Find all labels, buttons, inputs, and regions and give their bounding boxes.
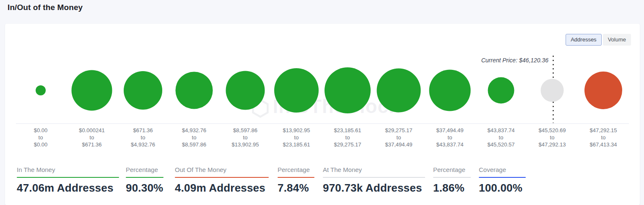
range-separator: to (373, 134, 424, 141)
bubble[interactable] (377, 69, 421, 113)
range-to: $23,185.61 (271, 141, 322, 148)
bubble[interactable] (584, 72, 622, 109)
stat-label: At The Money (323, 167, 425, 173)
price-bucket: $37,494.49 to $43,837.74 (424, 24, 475, 154)
price-bucket: $8,597.86 to $13,902.95 (220, 24, 271, 154)
range-separator: to (220, 134, 271, 141)
stat-at-percentage: Percentage 1.86% (433, 167, 471, 195)
price-bucket: $43,837.74 to $45,520.57 (475, 24, 527, 154)
addresses-toggle-button[interactable]: Addresses (566, 34, 601, 46)
range-separator: to (271, 134, 322, 141)
range-separator: to (117, 134, 169, 141)
range-from: $8,597.86 (220, 127, 271, 134)
price-bucket: $0.00 to $0.00 (15, 24, 66, 154)
range-from: $37,494.49 (424, 127, 475, 134)
stat-underline (126, 177, 164, 178)
range-to: $45,520.57 (475, 141, 527, 148)
range-from: $671.36 (117, 127, 169, 134)
range-to: $4,932.76 (117, 141, 169, 148)
stat-label: Out Of The Money (175, 167, 269, 173)
price-bucket: $13,902.95 to $23,185.61 (271, 24, 322, 154)
range-to: $8,597.86 (169, 141, 220, 148)
range-to: $13,902.95 (220, 141, 271, 148)
volume-toggle-button[interactable]: Volume (603, 34, 631, 46)
stat-value: 90.30% (126, 182, 164, 195)
range-to: $0.00 (15, 141, 66, 148)
stat-value: 47.06m Addresses (17, 182, 119, 195)
bucket-range-label: $43,837.74 to $45,520.57 (475, 127, 527, 148)
bubble[interactable] (226, 71, 265, 110)
price-bucket: $29,275.17 to $37,494.49 (373, 24, 424, 154)
stat-out-of-the-money: Out Of The Money 4.09m Addresses (175, 167, 269, 195)
range-from: $45,520.69 (527, 127, 578, 134)
chart-card: Addresses Volume ⬡IntoTheBlock Current P… (5, 24, 640, 205)
price-bucket: $671.36 to $4,932.76 (117, 24, 169, 154)
stat-value: 4.09m Addresses (175, 182, 269, 195)
bubble[interactable] (429, 70, 471, 111)
stat-value: 100.00% (479, 182, 526, 195)
bucket-range-label: $8,597.86 to $13,902.95 (220, 127, 271, 148)
range-from: $0.00 (15, 127, 66, 134)
stat-underline (433, 177, 471, 178)
range-separator: to (578, 134, 629, 141)
stat-label: Percentage (433, 167, 471, 173)
price-bucket: $4,932.76 to $8,597.86 (169, 24, 220, 154)
stat-underline (479, 177, 526, 178)
stat-label: Percentage (126, 167, 164, 173)
chart-mode-toggle: Addresses Volume (566, 34, 631, 46)
x-axis-line (16, 123, 629, 124)
stat-underline (323, 177, 425, 178)
range-to: $29,275.17 (322, 141, 373, 148)
bubble-row: $0.00 to $0.00 $0.000241 to $671.36 $671… (15, 24, 629, 154)
stat-label: Coverage (479, 167, 526, 173)
range-to: $37,494.49 (373, 141, 424, 148)
bucket-range-label: $29,275.17 to $37,494.49 (373, 127, 424, 148)
price-bucket: $23,185.61 to $29,275.17 (322, 24, 373, 154)
bubble[interactable] (72, 70, 112, 111)
range-to: $67,413.34 (578, 141, 629, 148)
range-separator: to (475, 134, 527, 141)
bubble[interactable] (274, 68, 319, 113)
current-price-label: Current Price: $46,120.36 (481, 57, 548, 64)
range-from: $29,275.17 (373, 127, 424, 134)
range-from: $13,902.95 (271, 127, 322, 134)
bucket-range-label: $0.000241 to $671.36 (66, 127, 117, 148)
bubble[interactable] (325, 67, 371, 113)
stat-label: Percentage (278, 167, 314, 173)
stat-in-percentage: Percentage 90.30% (126, 167, 164, 195)
bubble[interactable] (488, 77, 514, 104)
page-title: In/Out of the Money (8, 3, 83, 12)
bucket-range-label: $0.00 to $0.00 (15, 127, 66, 148)
bucket-range-label: $47,292.15 to $67,413.34 (578, 127, 629, 148)
stat-coverage: Coverage 100.00% (479, 167, 526, 195)
stat-underline (17, 177, 119, 178)
bucket-range-label: $671.36 to $4,932.76 (117, 127, 169, 148)
range-separator: to (169, 134, 220, 141)
range-separator: to (15, 134, 66, 141)
bucket-range-label: $13,902.95 to $23,185.61 (271, 127, 322, 148)
bubble[interactable] (36, 85, 46, 95)
range-from: $47,292.15 (578, 127, 629, 134)
range-from: $0.000241 (66, 127, 117, 134)
bubble[interactable] (124, 71, 162, 110)
stat-underline (278, 177, 314, 178)
stat-label: In The Money (17, 167, 119, 173)
range-separator: to (527, 134, 578, 141)
stat-value: 1.86% (433, 182, 471, 195)
bubble[interactable] (541, 79, 564, 102)
range-from: $4,932.76 (169, 127, 220, 134)
bubble[interactable] (176, 72, 213, 109)
range-to: $43,837.74 (424, 141, 475, 148)
stat-value: 970.73k Addresses (323, 182, 425, 195)
stat-out-percentage: Percentage 7.84% (278, 167, 314, 195)
bucket-range-label: $37,494.49 to $43,837.74 (424, 127, 475, 148)
stat-in-the-money: In The Money 47.06m Addresses (17, 167, 119, 195)
stat-at-the-money: At The Money 970.73k Addresses (323, 167, 425, 195)
bucket-range-label: $45,520.69 to $47,292.13 (527, 127, 578, 148)
range-separator: to (322, 134, 373, 141)
stat-underline (175, 177, 269, 178)
range-to: $671.36 (66, 141, 117, 148)
bucket-range-label: $4,932.76 to $8,597.86 (169, 127, 220, 148)
range-from: $23,185.61 (322, 127, 373, 134)
range-separator: to (424, 134, 475, 141)
